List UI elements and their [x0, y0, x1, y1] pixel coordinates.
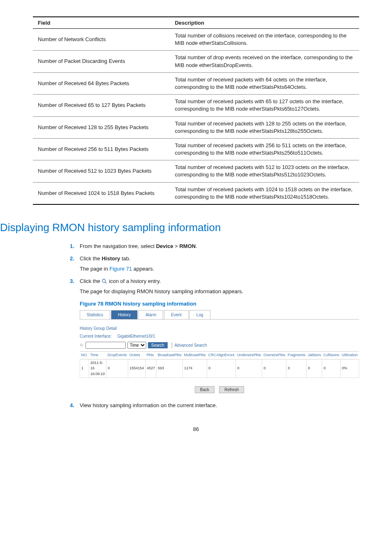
step-num: 1.: [70, 242, 74, 250]
search-field-select[interactable]: Time: [127, 342, 146, 349]
field-cell: Number of Received 512 to 1023 Bytes Pac…: [33, 160, 170, 182]
page-number: 86: [33, 426, 359, 432]
section-heading: Displaying RMON history sampling informa…: [0, 221, 359, 234]
cell: 4527: [145, 359, 157, 378]
step-num: 4.: [70, 401, 74, 410]
col-header: CRCAlignErrors: [207, 352, 236, 359]
col-header: BroadcastPkts: [157, 352, 183, 359]
cell: 1174: [183, 359, 207, 378]
advanced-search-link[interactable]: Advanced Search: [172, 342, 207, 348]
field-cell: Number of Packet Discarding Events: [33, 51, 170, 72]
search-icon: [80, 342, 84, 348]
table-row: Number of Received 256 to 511 Bytes Pack…: [33, 138, 359, 160]
cell: 0: [236, 359, 262, 378]
col-header: MulticastPkts: [183, 352, 207, 359]
iface-value: GigabitEthernet1/0/1: [118, 334, 155, 338]
cell: 0%: [340, 359, 359, 378]
col-header: OversizePkts: [262, 352, 286, 359]
button-row: Back Refresh: [80, 386, 359, 393]
col-field: Field: [33, 17, 170, 29]
desc-cell: Total number of collisions received on t…: [170, 29, 359, 51]
cell: 0: [322, 359, 341, 378]
iface-label: Current Interface:: [80, 334, 112, 338]
group-title: History Group Detail: [80, 325, 359, 331]
step-num: 2.: [70, 255, 74, 263]
desc-cell: Total number of received packets with 64…: [170, 72, 359, 94]
tab-log[interactable]: Log: [189, 310, 210, 319]
table-row: Number of Received 1024 to 1518 Bytes Pa…: [33, 182, 359, 204]
cell: 2011-5-16 16:09:10: [89, 359, 106, 378]
text: Click the: [80, 255, 101, 262]
text: View history sampling information on the…: [80, 402, 217, 408]
tab-event[interactable]: Event: [164, 310, 189, 319]
text: The page for displaying RMON history sam…: [80, 287, 359, 296]
step-1: 1. From the navigation tree, select Devi…: [70, 242, 359, 250]
field-cell: Number of Received 1024 to 1518 Bytes Pa…: [33, 182, 170, 204]
svg-line-1: [105, 282, 107, 284]
tab-history[interactable]: History: [111, 310, 138, 319]
text: icon of a history entry.: [109, 278, 161, 284]
field-description-table: Field Description Number of Network Conf…: [33, 16, 359, 205]
cell: 0: [307, 359, 322, 378]
cell: 0: [207, 359, 236, 378]
table-row: 12011-5-16 16:09:10015541544527693117400…: [80, 359, 359, 378]
field-cell: Number of Received 128 to 255 Bytes Pack…: [33, 116, 170, 138]
text: appears.: [132, 266, 154, 272]
desc-cell: Total number of drop events received on …: [170, 51, 359, 72]
col-header: DropEvents: [106, 352, 128, 359]
tab-statistics[interactable]: Statistics: [80, 310, 110, 319]
col-header: Utilization: [340, 352, 359, 359]
figure-78: StatisticsHistoryAlarmEventLog History G…: [80, 310, 359, 393]
history-table: NO.TimeDropEventsOctetsPktsBroadcastPkts…: [80, 351, 359, 378]
figure-caption: Figure 78 RMON history sampling informat…: [80, 300, 359, 308]
col-header: UndersizePkts: [236, 352, 262, 359]
cell: 0: [106, 359, 128, 378]
col-header: Pkts: [145, 352, 157, 359]
field-cell: Number of Network Conflicts: [33, 29, 170, 51]
table-row: Number of Received 65 to 127 Bytes Packe…: [33, 95, 359, 116]
text: >: [173, 243, 180, 249]
step-num: 3.: [70, 277, 74, 285]
cell: 1554154: [128, 359, 145, 378]
figure-link[interactable]: Figure 71: [109, 266, 132, 272]
desc-cell: Total number of received packets with 65…: [170, 95, 359, 116]
desc-cell: Total number of received packets with 25…: [170, 138, 359, 160]
cell: 1: [80, 359, 89, 378]
zoom-icon: [101, 278, 107, 284]
tab-alarm[interactable]: Alarm: [138, 310, 163, 319]
svg-line-3: [82, 346, 83, 347]
desc-cell: Total number of received packets with 51…: [170, 160, 359, 182]
svg-point-0: [102, 279, 106, 283]
table-row: Number of Network ConflictsTotal number …: [33, 29, 359, 51]
back-button[interactable]: Back: [195, 386, 214, 393]
search-button[interactable]: Search: [148, 342, 168, 348]
text: tab.: [120, 255, 130, 262]
text: From the navigation tree, select: [80, 243, 156, 249]
col-header: Fragments: [286, 352, 307, 359]
steps-list: 1. From the navigation tree, select Devi…: [70, 242, 359, 410]
iface-line: Current Interface: GigabitEthernet1/0/1: [80, 333, 359, 339]
search-bar: Time Search Advanced Search: [80, 342, 359, 349]
table-row: Number of Received 128 to 255 Bytes Pack…: [33, 116, 359, 138]
table-row: Number of Received 64 Bytes PacketsTotal…: [33, 72, 359, 94]
cell: 693: [157, 359, 183, 378]
col-header: NO.: [80, 352, 89, 359]
col-header: Octets: [128, 352, 145, 359]
bold-rmon: RMON: [179, 243, 196, 249]
svg-point-2: [80, 344, 82, 346]
cell: 0: [262, 359, 286, 378]
tab-bar: StatisticsHistoryAlarmEventLog: [80, 310, 359, 320]
step-2: 2. Click the History tab. The page in Fi…: [70, 255, 359, 273]
search-input[interactable]: [85, 342, 126, 349]
col-header: Jabbers: [307, 352, 322, 359]
desc-cell: Total number of received packets with 10…: [170, 182, 359, 204]
step-3: 3. Click the icon of a history entry. Th…: [70, 277, 359, 394]
table-row: Number of Received 512 to 1023 Bytes Pac…: [33, 160, 359, 182]
col-header: Time: [89, 352, 106, 359]
table-row: Number of Packet Discarding EventsTotal …: [33, 51, 359, 72]
refresh-button[interactable]: Refresh: [219, 386, 244, 393]
col-desc: Description: [170, 17, 359, 29]
bold-history: History: [101, 255, 120, 262]
text: Click the: [80, 278, 101, 284]
text: The page in: [80, 266, 109, 272]
